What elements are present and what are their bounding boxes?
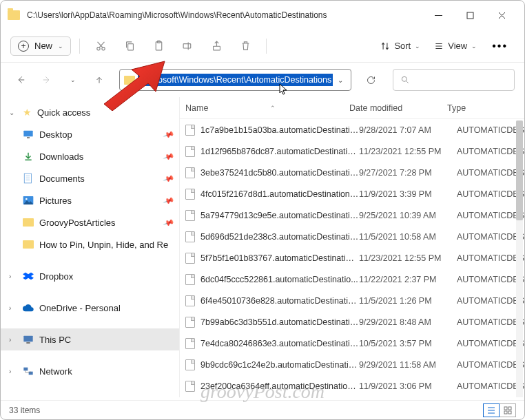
close-button[interactable]: [486, 4, 517, 26]
view-button[interactable]: View ⌄: [429, 37, 482, 54]
addr-dropdown[interactable]: ⌄: [333, 76, 348, 84]
file-date: 9/28/2021 7:07 AM: [359, 125, 457, 135]
scrollbar[interactable]: [516, 120, 523, 397]
file-row[interactable]: 1d12f965b876dc87.automaticDestinatio... …: [180, 140, 524, 162]
col-header-date[interactable]: Date modified: [349, 103, 447, 113]
file-row[interactable]: 5d696d521de238c3.automaticDestinatio... …: [180, 226, 524, 247]
file-row[interactable]: 23ef200ca6364eff.automaticDestinations-.…: [180, 375, 524, 397]
file-type: AUTOMATICDES: [457, 147, 524, 156]
file-icon: [185, 189, 195, 200]
more-button[interactable]: •••: [485, 40, 515, 52]
copy-button[interactable]: [117, 34, 142, 59]
file-name: 1c7a9be1b15a03ba.automaticDestinatio...: [200, 125, 359, 135]
sidebar-network[interactable]: › Network: [1, 360, 179, 382]
pin-icon: 📌: [163, 150, 175, 162]
sort-button-label: Sort: [394, 41, 411, 51]
folder-icon: [23, 218, 34, 227]
sidebar-item-label: Dropbox: [39, 271, 73, 282]
rename-button[interactable]: [175, 34, 200, 59]
folder-icon: [124, 76, 135, 85]
svg-rect-8: [127, 44, 133, 50]
svg-rect-36: [504, 411, 507, 414]
svg-rect-29: [23, 368, 28, 371]
file-name: 5a794779d13c9e5e.automaticDestinatio...: [200, 211, 359, 220]
sidebar-item-desktop[interactable]: Desktop 📌: [1, 123, 179, 145]
file-date: 11/23/2021 12:55 PM: [359, 147, 457, 156]
search-input[interactable]: [393, 69, 515, 91]
file-name: 1d12f965b876dc87.automaticDestinatio...: [200, 147, 359, 156]
file-icon: [185, 146, 195, 157]
svg-rect-11: [183, 44, 191, 48]
sort-button[interactable]: Sort ⌄: [375, 37, 426, 54]
sidebar-item-folder[interactable]: How to Pin, Unpin, Hide, and Re: [1, 233, 179, 255]
sidebar-item-label: Desktop: [39, 129, 72, 140]
file-row[interactable]: 6dc04f5ccc522861.automaticDestinatio... …: [180, 269, 524, 290]
svg-rect-34: [504, 407, 507, 410]
file-name: 5f7b5f1e01b83767.automaticDestination...: [200, 253, 359, 263]
new-button[interactable]: + New ⌄: [10, 36, 71, 56]
sidebar-item-downloads[interactable]: Downloads 📌: [1, 145, 179, 167]
file-row[interactable]: 4fc015f2167d8d1.automaticDestinations-..…: [180, 183, 524, 204]
file-name: 9b9cdc69c1c24e2b.automaticDestinatio...: [200, 360, 359, 370]
chevron-down-icon: ⌄: [471, 43, 477, 50]
file-row[interactable]: 5a794779d13c9e5e.automaticDestinatio... …: [180, 204, 524, 226]
recent-locations-button[interactable]: ⌄: [63, 69, 83, 91]
separator: [79, 39, 80, 54]
documents-icon: [23, 174, 34, 183]
large-icons-view-button[interactable]: [500, 403, 516, 417]
folder-icon: [8, 10, 20, 20]
column-headers[interactable]: Name⌃ Date modified Type: [180, 97, 524, 119]
pc-icon: [23, 335, 34, 344]
details-view-button[interactable]: [483, 403, 500, 417]
cut-button[interactable]: [88, 34, 113, 59]
file-icon: [185, 125, 195, 136]
delete-button[interactable]: [233, 34, 258, 59]
forward-button[interactable]: [37, 69, 57, 91]
statusbar: 33 items: [1, 400, 524, 419]
chevron-right-icon: ›: [9, 368, 17, 375]
file-type: AUTOMATICDES: [457, 360, 524, 370]
sidebar-dropbox[interactable]: › Dropbox: [1, 265, 179, 287]
item-count: 33 items: [9, 406, 40, 415]
sidebar-item-documents[interactable]: Documents 📌: [1, 167, 179, 189]
file-row[interactable]: 3ebe375241dc5b80.automaticDestinatio... …: [180, 162, 524, 183]
share-button[interactable]: [204, 34, 229, 59]
plus-icon: +: [18, 41, 29, 52]
col-header-name[interactable]: Name⌃: [185, 103, 349, 113]
svg-rect-37: [508, 411, 511, 414]
file-row[interactable]: 1c7a9be1b15a03ba.automaticDestinatio... …: [180, 119, 524, 140]
minimize-button[interactable]: [422, 4, 454, 26]
maximize-button[interactable]: [454, 4, 486, 26]
address-path[interactable]: \Microsoft\Windows\Recent\AutomaticDesti…: [138, 74, 333, 86]
sidebar-onedrive[interactable]: › OneDrive - Personal: [1, 297, 179, 319]
file-date: 11/9/2021 3:39 PM: [359, 189, 457, 199]
file-name: 6dc04f5ccc522861.automaticDestinatio...: [200, 275, 359, 284]
file-icon: [185, 210, 195, 221]
svg-line-18: [406, 81, 409, 83]
refresh-button[interactable]: [360, 69, 382, 91]
sidebar-item-pictures[interactable]: Pictures 📌: [1, 189, 179, 211]
window-controls: [422, 4, 517, 26]
search-icon: [400, 75, 410, 85]
file-row[interactable]: 6f4e45010736e828.automaticDestinatio... …: [180, 290, 524, 311]
up-button[interactable]: [89, 69, 110, 91]
file-row[interactable]: 9b9cdc69c1c24e2b.automaticDestinatio... …: [180, 354, 524, 375]
file-row[interactable]: 7b99ab6c3d3b551d.automaticDestinatio... …: [180, 311, 524, 333]
file-row[interactable]: 7e4dca80246863e3.automaticDestinatio... …: [180, 333, 524, 354]
address-bar[interactable]: \Microsoft\Windows\Recent\AutomaticDesti…: [119, 69, 351, 91]
chevron-down-icon: ⌄: [58, 43, 63, 50]
file-date: 11/9/2021 3:06 PM: [359, 381, 457, 391]
svg-rect-20: [27, 137, 30, 138]
scrollbar-thumb[interactable]: [516, 120, 523, 220]
paste-button[interactable]: [146, 34, 171, 59]
file-date: 9/25/2021 10:39 AM: [359, 211, 457, 220]
file-row[interactable]: 5f7b5f1e01b83767.automaticDestination...…: [180, 247, 524, 269]
sidebar-this-pc[interactable]: › This PC: [1, 328, 179, 350]
dropbox-icon: [23, 271, 34, 281]
col-header-type[interactable]: Type: [447, 103, 524, 113]
sidebar-item-label: OneDrive - Personal: [39, 303, 121, 313]
file-icon: [185, 338, 195, 349]
sidebar-quick-access[interactable]: ⌄ ★ Quick access: [1, 101, 179, 123]
back-button[interactable]: [10, 69, 31, 91]
sidebar-item-folder[interactable]: GroovyPostArticles 📌: [1, 211, 179, 233]
